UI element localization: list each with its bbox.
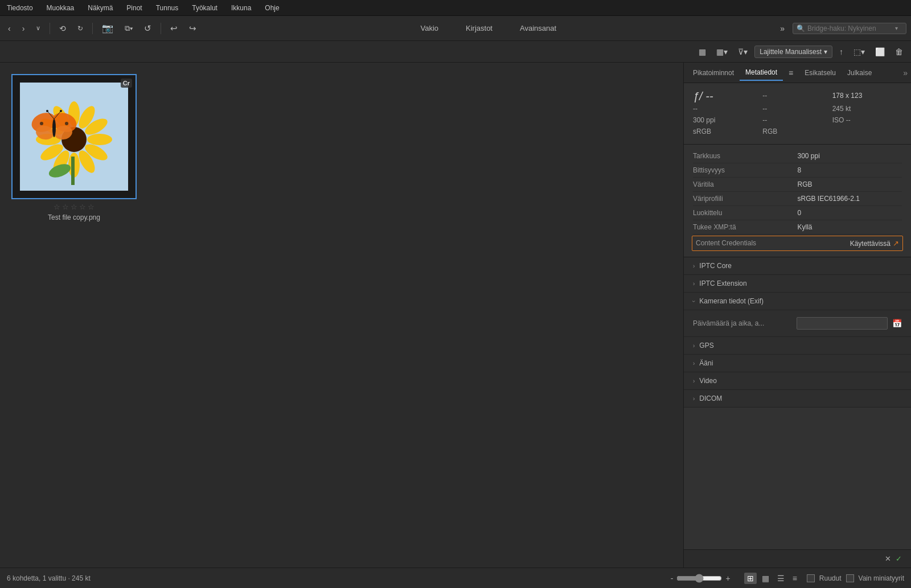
camera-button[interactable]: 📷 xyxy=(99,20,117,36)
copy-button[interactable]: ⧉▾ xyxy=(121,22,136,35)
menu-ikkuna[interactable]: Ikkuna xyxy=(229,3,253,13)
tab-esikatselu[interactable]: Esikatselu xyxy=(799,65,842,80)
tab-julkaise[interactable]: Julkaise xyxy=(842,65,877,80)
section-iptc-extension[interactable]: › IPTC Extension xyxy=(684,275,911,293)
meta-value-variprofiili: sRGB IEC61966-2.1 xyxy=(798,195,902,203)
confirm-action-button[interactable]: ✓ xyxy=(893,553,904,564)
zoom-out-button[interactable]: - xyxy=(671,574,674,583)
view-large-grid-button[interactable]: ▦ xyxy=(759,573,772,584)
calendar-icon[interactable]: 📅 xyxy=(892,319,902,328)
meta-label-variprofiili: Väriprofiili xyxy=(693,195,798,203)
thumbnail-wrapper[interactable]: Cr xyxy=(11,74,137,199)
undo-button[interactable]: ↩ xyxy=(167,21,181,36)
forward-history-button[interactable]: ↻ xyxy=(74,22,87,35)
ruudut-checkbox[interactable] xyxy=(807,574,815,582)
search-input[interactable] xyxy=(807,24,893,32)
camera-date-input[interactable] xyxy=(797,317,888,330)
meta-value-content-credentials: Käytettävissä xyxy=(850,240,891,248)
mini-checkbox[interactable] xyxy=(846,574,854,582)
meta-row-content-credentials[interactable]: Content Credentials Käytettävissä ↗ xyxy=(692,236,903,251)
tab-kirjastot[interactable]: Kirjastot xyxy=(461,22,497,35)
tab-pikatoiminnot[interactable]: Pikatoiminnot xyxy=(687,65,740,80)
star-4[interactable]: ☆ xyxy=(79,203,86,211)
section-label-video: Video xyxy=(699,377,716,385)
section-video[interactable]: › Video xyxy=(684,372,911,390)
section-label-gps: GPS xyxy=(699,342,713,349)
main-content: Cr ☆ ☆ ☆ ☆ ☆ Test file copy.png Pikatoim… xyxy=(0,63,911,568)
sort-direction-button[interactable]: ↑ xyxy=(836,46,847,58)
image-grid[interactable]: Cr ☆ ☆ ☆ ☆ ☆ Test file copy.png xyxy=(0,63,683,568)
content-credentials-link-icon[interactable]: ↗ xyxy=(893,239,899,248)
new-folder-dropdown-button[interactable]: ⬚▾ xyxy=(850,46,868,58)
zoom-in-button[interactable]: + xyxy=(725,574,730,583)
section-camera[interactable]: › Kameran tiedot (Exif) xyxy=(684,293,911,310)
rpanel-more-button[interactable]: » xyxy=(903,68,908,77)
section-gps[interactable]: › GPS xyxy=(684,337,911,355)
statusbar-right: Ruudut Vain miniatyyrit xyxy=(807,574,904,582)
menu-ohje[interactable]: Ohje xyxy=(262,3,281,13)
menu-pinot[interactable]: Pinot xyxy=(124,3,144,13)
tab-metatiedot[interactable]: Metatiedot xyxy=(740,65,783,81)
meta-quick-size: 245 kt xyxy=(832,103,902,114)
sort-dropdown[interactable]: Lajittele Manualisest ▾ xyxy=(754,46,832,58)
tab-vakio[interactable]: Vakio xyxy=(416,22,443,35)
toolbar-sep-2 xyxy=(92,23,93,34)
meta-label-luokittelu: Luokittelu xyxy=(693,209,798,217)
zoom-slider[interactable] xyxy=(676,574,722,583)
section-label-iptc-core: IPTC Core xyxy=(699,262,732,270)
meta-quick-colorspace: sRGB xyxy=(693,126,762,137)
history-button[interactable]: ⟲ xyxy=(56,22,69,35)
thumbnail-item[interactable]: Cr ☆ ☆ ☆ ☆ ☆ Test file copy.png xyxy=(9,72,139,224)
toolbar-sep-1 xyxy=(50,23,50,34)
meta-value-xmp: Kyllä xyxy=(798,223,902,231)
tab-menu-icon[interactable]: ≡ xyxy=(783,65,799,81)
svg-rect-14 xyxy=(71,157,75,185)
meta-value-tarkkuus: 300 ppi xyxy=(798,152,902,160)
toolbar-more-button[interactable]: » xyxy=(777,23,788,34)
meta-value-luokittelu: 0 xyxy=(798,209,902,217)
tab-avainsanat[interactable]: Avainsanat xyxy=(515,22,561,35)
section-dicom[interactable]: › DICOM xyxy=(684,390,911,408)
meta-quick-dash1: -- xyxy=(762,90,832,103)
view-detail-button[interactable]: ☰ xyxy=(774,573,787,584)
section-iptc-core[interactable]: › IPTC Core xyxy=(684,257,911,275)
section-arrow-video: › xyxy=(693,378,695,384)
star-1[interactable]: ☆ xyxy=(54,203,60,211)
redo-button[interactable]: ↪ xyxy=(186,21,200,36)
forward-button[interactable]: › xyxy=(19,22,28,35)
back-button[interactable]: ‹ xyxy=(5,22,14,35)
meta-label-bittisyvyys: Bittisyvyys xyxy=(693,166,798,174)
meta-quick-grid: ƒ/ -- -- 178 x 123 -- -- 245 kt 300 ppi … xyxy=(684,83,911,145)
search-dropdown-arrow[interactable]: ▾ xyxy=(895,25,898,31)
thumbnail-badge: Cr xyxy=(121,79,132,88)
section-label-camera: Kameran tiedot (Exif) xyxy=(699,297,764,305)
mini-label: Vain miniatyyrit xyxy=(859,574,904,582)
thumbnail-image xyxy=(20,83,128,191)
star-3[interactable]: ☆ xyxy=(71,203,77,211)
menu-tyokalut[interactable]: Työkalut xyxy=(190,3,220,13)
thumbnail-name: Test file copy.png xyxy=(48,213,100,221)
new-folder-button[interactable]: ⬜ xyxy=(872,46,888,58)
filter-button[interactable]: ⊽▾ xyxy=(734,46,751,58)
meta-label-varitila: Väritila xyxy=(693,180,798,188)
nav-dropdown-button[interactable]: ∨ xyxy=(32,22,44,34)
meta-value-varitila: RGB xyxy=(798,180,902,188)
cancel-action-button[interactable]: ✕ xyxy=(883,553,893,564)
quality-dropdown-button[interactable]: ▦▾ xyxy=(713,46,731,58)
view-grid-button[interactable]: ⊞ xyxy=(744,573,757,584)
rotate-button[interactable]: ↺ xyxy=(141,21,155,36)
section-audio[interactable]: › Ääni xyxy=(684,355,911,372)
star-5[interactable]: ☆ xyxy=(88,203,95,211)
toolbar-tabs: Vakio Kirjastot Avainsanat xyxy=(416,22,561,35)
menu-nakyma[interactable]: Näkymä xyxy=(85,3,115,13)
meta-quick-ppi: 300 ppi xyxy=(693,114,762,126)
svg-point-26 xyxy=(60,110,62,112)
delete-button[interactable]: 🗑 xyxy=(892,46,906,58)
view-list-button[interactable]: ≡ xyxy=(790,573,800,584)
menu-tiedosto[interactable]: Tiedosto xyxy=(5,3,35,13)
menu-muokkaa[interactable]: Muokkaa xyxy=(44,3,77,13)
statusbar: 6 kohdetta, 1 valittu · 245 kt - + ⊞ ▦ ☰… xyxy=(0,568,911,588)
star-2[interactable]: ☆ xyxy=(62,203,69,211)
quality-icon-button[interactable]: ▦ xyxy=(695,46,709,58)
menu-tunnus[interactable]: Tunnus xyxy=(154,3,181,13)
